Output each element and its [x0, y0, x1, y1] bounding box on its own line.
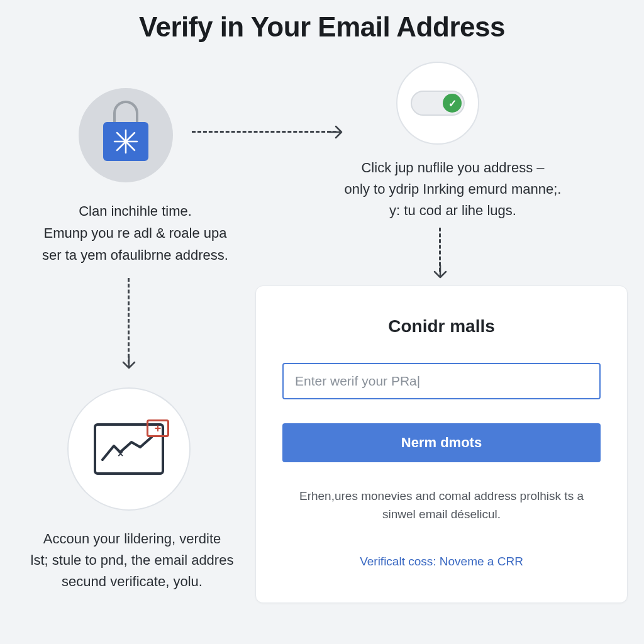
asterisk-icon: [112, 128, 140, 155]
step1-icon-circle: [79, 88, 173, 182]
resend-link[interactable]: Verificalt coss: Noveme a CRR: [282, 555, 601, 569]
svg-text:×: ×: [118, 448, 123, 459]
arrow-step1-to-step2: [192, 131, 336, 133]
toggle-on-icon: ✓: [411, 91, 465, 116]
step3-icon-circle: × +: [67, 387, 191, 511]
step3-description: Accoun your lildering, verdite lst; stul…: [19, 528, 245, 592]
step2-icon-circle: ✓: [396, 62, 479, 145]
arrow-down-icon: [431, 263, 449, 280]
step2-description: Click jup nuflile you address – only to …: [321, 157, 585, 221]
plus-badge-icon: +: [147, 419, 169, 437]
arrow-down-icon: [120, 353, 138, 371]
lock-icon: [103, 109, 148, 161]
trend-line-icon: ×: [101, 433, 158, 465]
verification-card: Conidr malls Nerm dmots Erhen,ures monev…: [255, 286, 628, 603]
card-heading: Conidr malls: [282, 316, 601, 336]
analytics-card-icon: × +: [94, 423, 164, 475]
arrow-step1-to-step3: [128, 278, 130, 364]
step1-description: Clan inchihle time. Emunp you re adl & r…: [19, 200, 252, 267]
verification-code-input[interactable]: [282, 363, 601, 399]
submit-button[interactable]: Nerm dmots: [282, 423, 601, 462]
page-title: Verify in Your Email Address: [0, 11, 644, 43]
card-hint-text: Erhen,ures monevies and comal address pr…: [282, 487, 601, 523]
arrow-right-icon: [327, 123, 345, 141]
check-icon: ✓: [448, 97, 457, 109]
